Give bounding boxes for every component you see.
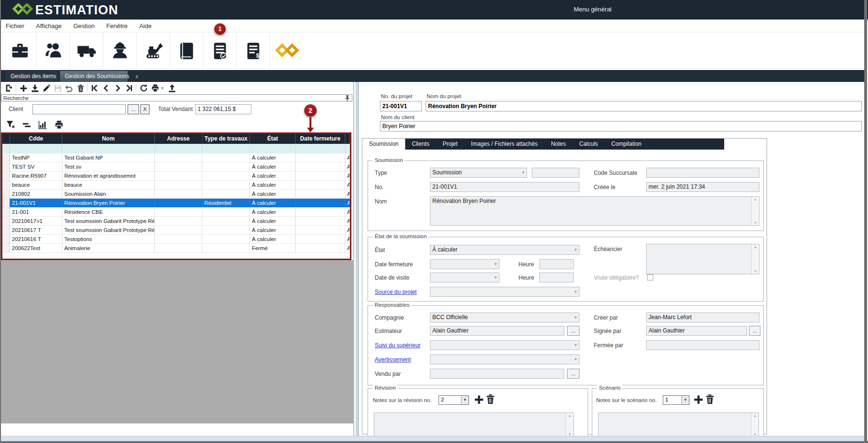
last-record-icon[interactable] bbox=[124, 83, 134, 93]
header-etat[interactable]: État bbox=[250, 134, 296, 144]
cell-code[interactable]: 20210617 T bbox=[10, 226, 62, 234]
scrollbar[interactable]: ▲▼ bbox=[751, 244, 759, 274]
cell-etat[interactable]: À calculer bbox=[250, 235, 296, 243]
print-icon[interactable] bbox=[150, 83, 160, 93]
compagnie-select[interactable]: BCC Officielle▼ bbox=[430, 312, 579, 322]
tab-close-icon[interactable]: x bbox=[136, 73, 139, 79]
cell-x[interactable]: A bbox=[345, 162, 350, 171]
cell-date[interactable] bbox=[296, 171, 345, 180]
cell-nom[interactable]: Rénovation Bryen Poirier bbox=[62, 199, 155, 207]
estimateur-browse-button[interactable]: ... bbox=[567, 326, 579, 336]
nom-client-field[interactable]: Bryen Poirier bbox=[380, 121, 862, 131]
cell-adr[interactable] bbox=[155, 181, 202, 189]
code-succursale-field[interactable] bbox=[646, 168, 759, 178]
undo-icon[interactable] bbox=[64, 83, 74, 93]
cell-etat[interactable]: À calculer bbox=[250, 217, 296, 225]
cell-etat[interactable]: Fermé bbox=[250, 244, 296, 252]
toolbox-button[interactable] bbox=[4, 33, 37, 69]
creee-le-field[interactable]: mer. 2 juin 2021 17:34 bbox=[646, 182, 759, 192]
cell-adr[interactable] bbox=[155, 199, 202, 207]
first-record-icon[interactable] bbox=[90, 83, 100, 93]
cell-type[interactable] bbox=[202, 181, 250, 189]
cell-type[interactable] bbox=[202, 171, 250, 180]
date-visite-select[interactable]: ▼ bbox=[430, 272, 499, 282]
cell-date[interactable] bbox=[296, 199, 345, 207]
row-selector[interactable] bbox=[2, 244, 10, 252]
date-fermeture-select[interactable]: ▼ bbox=[430, 259, 499, 269]
cell-x[interactable]: A bbox=[345, 208, 350, 216]
cell-x[interactable]: A bbox=[345, 217, 350, 225]
table-row[interactable]: 21-001V1Rénovation Bryen PoirierRésident… bbox=[2, 199, 350, 208]
cell-etat[interactable]: À calculer bbox=[250, 153, 296, 162]
creer-par-field[interactable]: Jean-Marc Lefort bbox=[646, 312, 759, 322]
row-selector[interactable] bbox=[2, 235, 10, 243]
delete-scenario-icon[interactable] bbox=[705, 394, 715, 406]
menu-item-affichage[interactable]: Affichage bbox=[36, 22, 61, 30]
table-row[interactable]: 21-001Résidence CBEÀ calculerA bbox=[2, 208, 350, 217]
next-record-icon[interactable] bbox=[112, 83, 123, 93]
cell-nom[interactable]: Testoptions bbox=[62, 235, 155, 243]
cell-type[interactable] bbox=[202, 162, 250, 171]
cell-etat[interactable]: À calculer bbox=[250, 208, 296, 216]
cell-adr[interactable] bbox=[155, 226, 202, 234]
cell-date[interactable] bbox=[296, 235, 345, 243]
delete-revision-icon[interactable] bbox=[485, 394, 496, 406]
table-row[interactable]: 20210616 TTestoptionsÀ calculerA bbox=[2, 235, 350, 244]
cell-code[interactable]: Racine.R5907 bbox=[10, 171, 62, 180]
no-field[interactable]: 21-001V1 bbox=[430, 182, 579, 192]
table-row[interactable]: 20210617>1Test soumssion Gabarit Prototy… bbox=[2, 217, 350, 226]
cell-adr[interactable] bbox=[155, 153, 202, 162]
cell-x[interactable]: A bbox=[345, 181, 350, 189]
prev-record-icon[interactable] bbox=[101, 83, 111, 93]
edit-pencil-icon[interactable] bbox=[41, 83, 51, 93]
echeancier-textarea[interactable]: ▲▼ bbox=[646, 244, 759, 274]
client-browse-button[interactable]: ... bbox=[128, 104, 139, 114]
scrollbar[interactable]: ▲▼ bbox=[751, 197, 759, 225]
menu-item-aide[interactable]: Aide bbox=[139, 22, 151, 30]
soumissions-button[interactable] bbox=[204, 33, 237, 69]
summary-bars-icon[interactable] bbox=[21, 119, 32, 131]
source-projet-select[interactable]: ▼ bbox=[430, 287, 579, 297]
estimateur-field[interactable]: Alain Gauthier bbox=[430, 326, 564, 336]
tab-images-fichiers[interactable]: Images / Fichiers attachés bbox=[464, 139, 544, 150]
client-clear-button[interactable]: X bbox=[140, 104, 150, 114]
refresh-icon[interactable] bbox=[139, 83, 149, 93]
signee-par-browse-button[interactable]: ... bbox=[749, 326, 760, 336]
add-scenario-icon[interactable] bbox=[693, 394, 704, 407]
no-projet-field[interactable]: 21-001V1 bbox=[380, 101, 422, 111]
header-code[interactable]: ▼Code bbox=[10, 134, 62, 144]
cell-adr[interactable] bbox=[155, 171, 202, 180]
source-projet-link[interactable]: Source du projet bbox=[375, 289, 417, 295]
table-filter-row[interactable] bbox=[2, 144, 350, 153]
menu-item-fenetre[interactable]: Fenêtre bbox=[106, 22, 128, 30]
cell-date[interactable] bbox=[296, 190, 345, 198]
type-select[interactable]: Soumission▼ bbox=[430, 168, 527, 178]
import-icon[interactable] bbox=[30, 83, 40, 93]
worker-button[interactable] bbox=[104, 33, 137, 69]
cell-date[interactable] bbox=[296, 217, 345, 225]
cell-adr[interactable] bbox=[155, 162, 202, 171]
cell-nom[interactable]: beauce bbox=[62, 181, 155, 189]
cell-type[interactable] bbox=[202, 217, 250, 225]
row-selector[interactable] bbox=[2, 153, 10, 162]
cell-adr[interactable] bbox=[155, 208, 202, 216]
visite-obligatoire-checkbox[interactable] bbox=[647, 274, 653, 281]
panel-splitter[interactable] bbox=[353, 82, 359, 436]
cell-date[interactable] bbox=[296, 208, 345, 216]
cell-type[interactable] bbox=[202, 190, 250, 198]
nom-textarea[interactable]: Rénovation Bryen Poirier ▲▼ bbox=[430, 196, 759, 226]
etat-select[interactable]: À calculer▼ bbox=[430, 245, 579, 255]
tab-clients[interactable]: Clients bbox=[405, 139, 436, 150]
menu-item-fichier[interactable]: Fichier bbox=[6, 22, 24, 30]
header-nom[interactable]: Nom bbox=[62, 134, 155, 144]
cell-nom[interactable]: Animalerie bbox=[62, 244, 155, 252]
header-adresse[interactable]: Adresse bbox=[155, 134, 202, 144]
excavator-button[interactable] bbox=[137, 33, 170, 69]
pin-icon[interactable] bbox=[345, 95, 350, 103]
cell-etat[interactable]: À calculer bbox=[250, 190, 296, 198]
chart-icon[interactable] bbox=[37, 119, 49, 131]
tab-calculs[interactable]: Calculs bbox=[573, 139, 605, 150]
cell-adr[interactable] bbox=[155, 235, 202, 243]
cell-code[interactable]: TestNP bbox=[10, 153, 62, 162]
row-selector[interactable] bbox=[2, 217, 10, 225]
